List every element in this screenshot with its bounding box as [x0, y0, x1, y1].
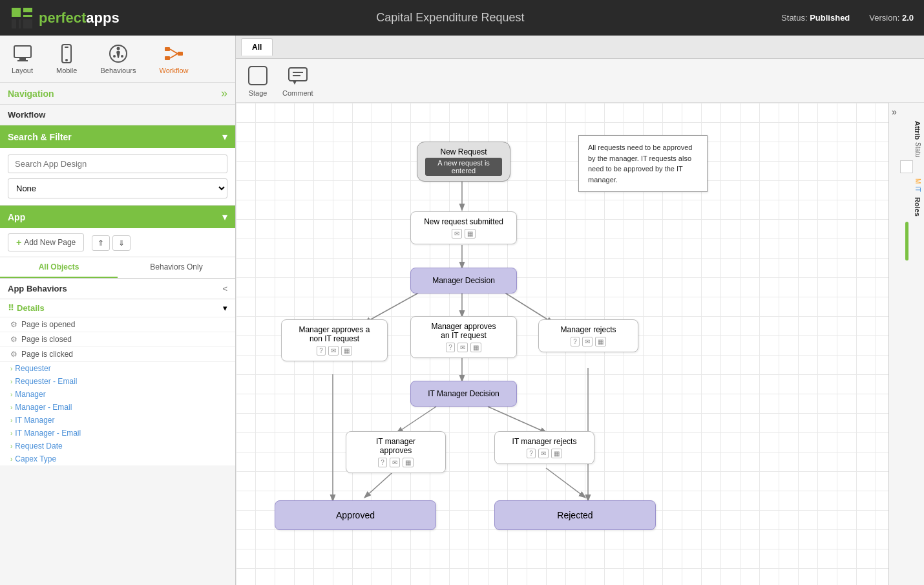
node-approved[interactable]: Approved [275, 500, 436, 530]
gear-icon-1: ⚙ [10, 320, 17, 329]
nav-layout[interactable]: Layout [6, 41, 38, 77]
node-it-approves-title: IT manager approves [354, 437, 437, 455]
help-icon-it-approves: ? [378, 458, 387, 467]
header-version: Version: 2.0 [869, 13, 914, 23]
add-page-button[interactable]: + Add New Page [8, 233, 84, 251]
node-it-rejects-icons: ? ✉ ▦ [503, 449, 586, 458]
m-label: M [892, 178, 921, 184]
node-manager-rejects-icons: ? ✉ ▦ [547, 337, 630, 346]
node-manager-rejects[interactable]: Manager rejects ? ✉ ▦ [538, 319, 638, 352]
arrow-icon-4: › [10, 404, 12, 411]
content-area: All Stage Comment [236, 36, 924, 585]
node-it-manager-decision[interactable]: IT Manager Decision [410, 381, 517, 407]
link-manager[interactable]: › Manager [0, 388, 235, 401]
sidebar-scroll[interactable]: Workflow Search & Filter ▾ None App ▾ + [0, 105, 235, 585]
nav-mobile[interactable]: Mobile [51, 41, 82, 77]
content-toolbar: Stage Comment [236, 59, 924, 103]
gear-icon-2: ⚙ [10, 335, 17, 344]
email-icon-it-approves: ✉ [390, 458, 400, 467]
svg-line-32 [397, 407, 436, 432]
link-manager-email[interactable]: › Manager - Email [0, 401, 235, 414]
detail-page-closed: ⚙ Page is closed [0, 332, 235, 347]
node-manager-decision[interactable]: Manager Decision [410, 268, 517, 293]
arrow-icon-6: › [10, 430, 12, 437]
svg-rect-16 [165, 47, 170, 51]
search-filter-chevron: ▾ [222, 131, 227, 143]
node-it-manager-approves[interactable]: IT manager approves ? ✉ ▦ [346, 431, 446, 473]
stage-icon [246, 64, 269, 87]
help-icon-it-rejects: ? [527, 449, 536, 458]
logo-text: perfectapps [39, 10, 120, 27]
nav-mobile-label: Mobile [56, 67, 77, 74]
detail-page-opened-label: Page is opened [21, 320, 75, 329]
tab-behaviors-only[interactable]: Behaviors Only [118, 257, 235, 278]
node-new-request[interactable]: New Request A new request is entered [417, 142, 510, 182]
search-filter-header[interactable]: Search & Filter ▾ [0, 125, 235, 148]
content-tab-all[interactable]: All [241, 38, 273, 56]
email-icon-it-rejects: ✉ [538, 449, 549, 458]
nav-behaviours[interactable]: Behaviours [95, 41, 141, 77]
svg-point-15 [121, 55, 123, 58]
toolbar-comment[interactable]: Comment [282, 64, 313, 97]
add-page-label: Add New Page [24, 238, 76, 247]
node-manager-it-icons: ? ✉ ▦ [419, 343, 509, 352]
node-it-manager-rejects[interactable]: IT manager rejects ? ✉ ▦ [494, 431, 594, 464]
svg-rect-22 [289, 68, 307, 81]
detail-page-clicked-label: Page is clicked [21, 350, 73, 359]
node-manager-approves-non-it[interactable]: Manager approves a non IT request ? ✉ ▦ [281, 319, 388, 361]
app-section-header[interactable]: App ▾ [0, 206, 235, 228]
node-manager-approves-it[interactable]: Manager approves an IT request ? ✉ ▦ [410, 316, 517, 358]
svg-line-35 [546, 468, 585, 497]
behaviours-icon [108, 43, 129, 64]
tab-all-objects[interactable]: All Objects [0, 257, 118, 278]
svg-rect-1 [23, 8, 32, 12]
app-behaviors-title: App Behaviors [8, 284, 67, 293]
status-color-swatch [900, 160, 913, 173]
search-filter-title: Search & Filter [8, 132, 72, 142]
svg-rect-3 [12, 19, 16, 28]
link-capex-type[interactable]: › Capex Type [0, 452, 235, 465]
workflow-canvas[interactable]: All requests need to be approved by the … [236, 103, 888, 585]
object-tabs: All Objects Behaviors Only [0, 257, 235, 279]
header-title: Capital Expenditure Request [120, 11, 781, 25]
node-rejected[interactable]: Rejected [494, 500, 656, 530]
toolbar-stage[interactable]: Stage [246, 64, 269, 97]
link-it-manager[interactable]: › IT Manager [0, 414, 235, 427]
svg-point-10 [65, 59, 68, 61]
link-it-manager-label: IT Manager [15, 416, 54, 425]
svg-rect-5 [23, 19, 32, 28]
link-it-manager-email[interactable]: › IT Manager - Email [0, 427, 235, 440]
help-icon-rejects: ? [571, 337, 580, 346]
app-behaviors-header[interactable]: App Behaviors < [0, 279, 235, 299]
move-down-button[interactable]: ⇓ [112, 235, 131, 251]
svg-line-19 [170, 49, 178, 54]
svg-rect-21 [249, 67, 267, 85]
nav-expand-btn[interactable]: » [221, 87, 227, 100]
email-icon-mgr-it: ✉ [457, 343, 468, 352]
nav-layout-label: Layout [12, 67, 33, 74]
link-requester[interactable]: › Requester [0, 362, 235, 375]
nav-header-title: Navigation [8, 89, 54, 99]
svg-rect-17 [165, 56, 170, 60]
app-section-chevron: ▾ [222, 211, 227, 223]
node-rejected-title: Rejected [504, 510, 646, 520]
move-up-button[interactable]: ⇑ [92, 235, 110, 251]
link-request-date[interactable]: › Request Date [0, 440, 235, 452]
search-input[interactable] [8, 154, 227, 173]
svg-rect-7 [19, 58, 26, 60]
workflow-icon [163, 43, 184, 64]
nav-workflow[interactable]: Workflow [154, 41, 193, 77]
node-new-request-submitted[interactable]: New request submitted ✉ ▦ [410, 211, 517, 244]
email-icon-non-it: ✉ [328, 346, 339, 356]
right-status-label: Statu [892, 142, 921, 157]
right-attr-collapse-btn[interactable]: » [892, 107, 921, 117]
left-sidebar: Layout Mobile Beha [0, 36, 236, 585]
link-manager-label: Manager [15, 390, 45, 399]
svg-rect-6 [14, 46, 31, 58]
link-requester-email[interactable]: › Requester - Email [0, 375, 235, 388]
arrow-icon-3: › [10, 391, 12, 398]
nav-workflow-label: Workflow [159, 67, 188, 74]
svg-rect-11 [65, 47, 68, 48]
details-header[interactable]: ⠿ Details ▾ [0, 299, 235, 317]
filter-select[interactable]: None [8, 178, 227, 198]
